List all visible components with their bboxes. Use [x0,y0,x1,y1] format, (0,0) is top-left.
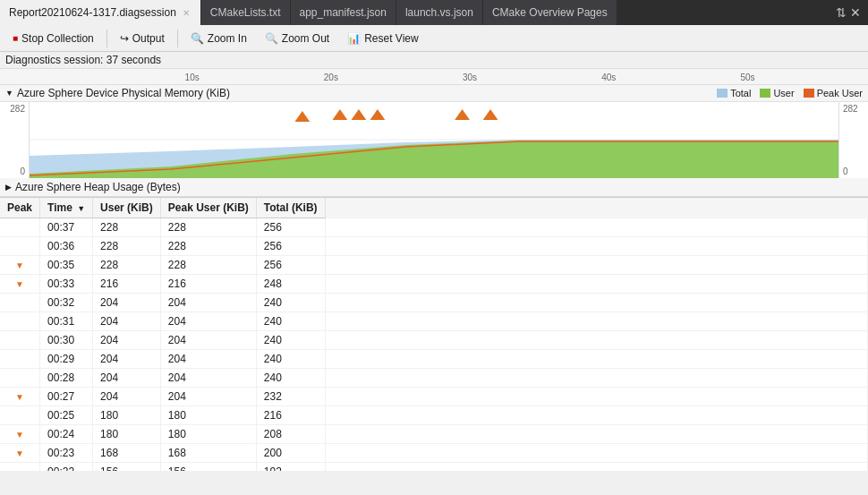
tab-cmake[interactable]: CMakeLists.txt [201,0,291,25]
ruler-40s: 40s [601,73,616,82]
legend-peak-user-color [804,89,814,98]
cell-time: 00:24 [40,425,93,444]
cell-spacer [325,275,867,294]
col-header-user[interactable]: User (KiB) [93,198,161,218]
cell-peak [0,350,40,369]
cell-peak [0,406,40,425]
close-tab-diag[interactable]: ✕ [181,8,191,18]
data-table: Peak Time ▼ User (KiB) Peak User (KiB) T… [0,198,868,471]
stop-collection-button[interactable]: ■ Stop Collection [5,28,101,49]
col-header-spacer [325,198,867,218]
ruler-10s: 10s [185,73,200,82]
ruler-30s: 30s [463,73,477,82]
table-row[interactable]: 00:22156156192 [0,463,868,472]
cell-spacer [325,444,867,463]
toolbar: ■ Stop Collection ↪ Output 🔍 Zoom In 🔍 Z… [0,25,868,52]
peak-marker-icon: ▼ [15,260,24,270]
heap-section-collapsed[interactable]: ▶ Azure Sphere Heap Usage (Bytes) [0,178,868,197]
reset-view-button[interactable]: 📊 Reset View [340,28,425,49]
cell-peak_user: 228 [160,237,256,256]
cell-peak: ▼ [0,275,40,294]
cell-spacer [325,294,867,312]
table-row[interactable]: 00:29204204240 [0,350,868,369]
cell-total: 240 [256,294,325,312]
table-row[interactable]: 00:25180180216 [0,406,868,425]
zoom-in-icon: 🔍 [191,32,204,45]
tab-overview[interactable]: CMake Overview Pages [483,0,617,25]
stop-icon: ■ [13,33,18,43]
col-header-peak-user[interactable]: Peak User (KiB) [160,198,256,218]
cell-user: 204 [93,350,161,369]
cell-peak_user: 228 [160,256,256,275]
cell-user: 204 [93,369,161,388]
cell-time: 00:27 [40,388,93,406]
svg-marker-3 [294,111,310,122]
output-icon: ↪ [120,32,129,45]
table-row[interactable]: 00:28204204240 [0,369,868,388]
cell-user: 180 [93,406,161,425]
col-header-peak[interactable]: Peak [0,198,40,218]
svg-marker-4 [332,109,347,120]
cell-user: 228 [93,218,161,237]
table-row[interactable]: 00:36228228256 [0,237,868,256]
table-row[interactable]: ▼00:33216216248 [0,275,868,294]
table-row[interactable]: 00:32204204240 [0,294,868,312]
cell-peak_user: 204 [160,388,256,406]
table-row[interactable]: ▼00:35228228256 [0,256,868,275]
table-row[interactable]: ▼00:27204204232 [0,388,868,406]
table-row[interactable]: ▼00:24180180208 [0,425,868,444]
cell-time: 00:30 [40,331,93,350]
cell-user: 204 [93,294,161,312]
cell-total: 256 [256,218,325,237]
close-all-icon[interactable]: ✕ [850,5,861,20]
cmake-tab-label: CMakeLists.txt [210,6,281,19]
cell-time: 00:23 [40,444,93,463]
chart-collapse-icon[interactable]: ▼ [5,89,13,98]
overview-tab-label: CMake Overview Pages [492,6,608,19]
zoom-out-icon: 🔍 [265,32,278,45]
chart-y-axis-left: 282 0 [0,102,29,178]
col-header-time[interactable]: Time ▼ [40,198,93,218]
cell-spacer [325,369,867,388]
table-row[interactable]: 00:37228228256 [0,218,868,237]
cell-peak_user: 204 [160,312,256,331]
y-min-right-label: 0 [843,166,864,176]
col-peak-user-label: Peak User (KiB) [168,201,249,214]
cell-user: 228 [93,256,161,275]
zoom-in-button[interactable]: 🔍 Zoom In [183,28,254,49]
cell-total: 192 [256,463,325,472]
heap-section-label: Azure Sphere Heap Usage (Bytes) [15,181,181,193]
tab-manifest[interactable]: app_manifest.json [291,0,396,25]
cell-peak_user: 180 [160,406,256,425]
cell-peak_user: 216 [160,275,256,294]
ruler-50s: 50s [740,73,754,82]
cell-total: 256 [256,256,325,275]
zoom-out-button[interactable]: 🔍 Zoom Out [258,28,336,49]
cell-time: 00:31 [40,312,93,331]
cell-user: 180 [93,425,161,444]
bar-chart-icon: 📊 [347,32,361,45]
zoom-in-label: Zoom In [208,32,247,45]
peak-marker-icon: ▼ [15,392,24,402]
cell-time: 00:35 [40,256,93,275]
table-row[interactable]: 00:30204204240 [0,331,868,350]
table-row[interactable]: 00:31204204240 [0,312,868,331]
tab-diag[interactable]: Report20210624-1317.diagsession ✕ [0,0,201,25]
cell-peak [0,218,40,237]
chart-plot[interactable] [29,102,839,178]
diag-tab-label: Report20210624-1317.diagsession [9,6,176,19]
output-button[interactable]: ↪ Output [113,28,172,49]
cell-peak: ▼ [0,256,40,275]
table-wrapper[interactable]: Peak Time ▼ User (KiB) Peak User (KiB) T… [0,198,868,471]
split-icon[interactable]: ⇅ [836,5,847,20]
cell-user: 228 [93,237,161,256]
timeline-ruler: 10s 20s 30s 40s 50s [0,69,868,85]
manifest-tab-label: app_manifest.json [300,6,387,19]
peak-marker-icon: ▼ [15,279,24,289]
col-header-total[interactable]: Total (KiB) [256,198,325,218]
table-row[interactable]: ▼00:23168168200 [0,444,868,463]
cell-spacer [325,350,867,369]
tab-spacer [617,0,829,25]
tab-launch[interactable]: launch.vs.json [396,0,483,25]
col-time-label: Time [47,201,72,214]
